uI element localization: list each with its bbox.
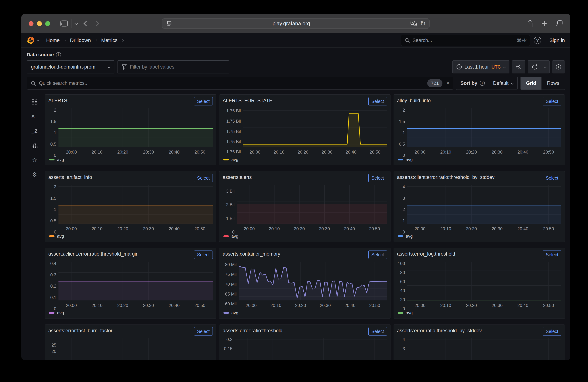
plot-area[interactable]	[407, 108, 561, 147]
plot-area[interactable]	[235, 338, 387, 360]
legend-label[interactable]: avg	[57, 234, 64, 239]
breadcrumb-drilldown[interactable]: Drilldown	[70, 38, 91, 43]
panel-select-button[interactable]: Select	[368, 327, 387, 336]
reader-icon[interactable]	[166, 20, 172, 27]
forward-button[interactable]	[94, 21, 99, 25]
y-axis: 01 Bil2 Bil3 Bil	[223, 185, 237, 232]
quick-search-box[interactable]: 721 ×	[27, 77, 453, 90]
legend-label[interactable]: avg	[57, 157, 64, 162]
grafana-logo[interactable]	[27, 36, 35, 44]
legend-label[interactable]: avg	[231, 157, 238, 162]
panel-info-button[interactable]: i	[552, 60, 565, 74]
y-tick-label: 0.5	[399, 142, 405, 147]
panel-select-button[interactable]: Select	[194, 97, 213, 105]
panel-select-button[interactable]: Select	[543, 174, 561, 182]
refresh-interval-button[interactable]	[541, 60, 550, 74]
plot-area[interactable]	[237, 185, 387, 224]
share-icon[interactable]	[526, 19, 533, 27]
x-tick-label: 20:50	[194, 150, 205, 155]
legend-label[interactable]: avg	[57, 310, 64, 315]
plot-area[interactable]	[59, 108, 213, 147]
view-toggle: Grid Rows	[521, 77, 565, 90]
label-filter-input[interactable]	[130, 64, 225, 70]
panel-select-button[interactable]: Select	[368, 174, 387, 182]
legend-swatch	[398, 312, 403, 314]
minimize-window-button[interactable]	[37, 21, 42, 26]
label-filter-field[interactable]	[117, 60, 229, 74]
sort-az-prefix-button[interactable]: A_	[29, 114, 40, 120]
plot-area[interactable]	[59, 262, 213, 300]
panel-select-button[interactable]: Select	[194, 250, 213, 259]
plot-area[interactable]	[407, 262, 561, 300]
info-icon[interactable]: i	[480, 81, 485, 86]
view-grid-button[interactable]: Grid	[521, 77, 542, 90]
panel-select-button[interactable]: Select	[194, 174, 213, 182]
panel-title: asserts:error:ratio:threshold	[223, 327, 282, 334]
x-tick-label: 20:10	[269, 226, 280, 231]
refresh-icon	[532, 64, 538, 70]
traffic-lights	[29, 21, 50, 26]
zoom-window-button[interactable]	[45, 21, 50, 26]
panel-chart: 1.75 Bil1.75 Bil1.75 Bil1.75 Bil1.75 Bil…	[223, 108, 387, 155]
clear-search-button[interactable]: ×	[446, 80, 450, 86]
panel-select-button[interactable]: Select	[543, 327, 561, 336]
legend-label[interactable]: avg	[406, 310, 413, 315]
refresh-button[interactable]	[528, 60, 541, 74]
new-tab-button[interactable]: +	[542, 18, 547, 29]
panel-select-button[interactable]: Select	[368, 97, 387, 105]
legend-label[interactable]: avg	[231, 310, 238, 315]
zoom-out-button[interactable]	[512, 60, 525, 74]
info-icon: i	[556, 64, 561, 69]
plot-area[interactable]	[243, 108, 387, 147]
close-window-button[interactable]	[29, 21, 34, 26]
org-switcher-button[interactable]	[37, 39, 39, 41]
datasource-select[interactable]: grafanacloud-demoinfra-prom	[27, 60, 114, 74]
x-tick-label: 20:30	[320, 303, 331, 308]
plot-area[interactable]	[239, 262, 387, 300]
plot-area[interactable]	[407, 338, 561, 360]
x-tick-label: 20:20	[466, 303, 477, 308]
group-button[interactable]	[29, 143, 40, 149]
view-mode-icon[interactable]	[29, 99, 40, 105]
breadcrumb-metrics[interactable]: Metrics	[101, 38, 118, 43]
panel-select-button[interactable]: Select	[194, 327, 213, 336]
settings-button[interactable]: ⚙	[29, 172, 40, 178]
sort-az-suffix-button[interactable]: _Z	[29, 128, 40, 134]
plot-area[interactable]	[59, 185, 213, 224]
sidebar-toggle-button[interactable]	[60, 20, 68, 27]
legend-swatch	[49, 159, 55, 160]
back-button[interactable]	[84, 21, 88, 25]
global-search-input[interactable]	[412, 38, 514, 43]
legend-label[interactable]: avg	[406, 234, 413, 239]
quick-search-input[interactable]	[39, 80, 424, 86]
global-search-box[interactable]: ⌘+k	[401, 35, 530, 46]
panel-select-button[interactable]: Select	[543, 250, 561, 259]
translate-icon[interactable]: A✱	[410, 20, 417, 27]
reload-icon[interactable]: ↻	[420, 20, 426, 27]
view-rows-button[interactable]: Rows	[542, 77, 565, 90]
x-tick-label: 20:40	[344, 226, 355, 231]
help-icon[interactable]: ?	[534, 37, 541, 44]
sort-value-dropdown[interactable]: Default	[489, 77, 517, 90]
panel-select-button[interactable]: Select	[543, 97, 561, 105]
content-area: A_ _Z ☆ ⚙ ALERTS Select 00.511.52 20:002…	[21, 90, 570, 343]
panel-chart: 2520	[48, 338, 213, 360]
plot-area[interactable]	[59, 338, 213, 360]
legend-label[interactable]: avg	[406, 157, 413, 162]
y-tick-label: 1.75 Bil	[226, 119, 241, 124]
x-tick-label: 20:00	[415, 303, 425, 308]
breadcrumb-home[interactable]: Home	[46, 38, 60, 43]
favorites-button[interactable]: ☆	[29, 157, 40, 163]
address-bar[interactable]: play.grafana.org A✱ ↻	[162, 18, 430, 29]
panel-select-button[interactable]: Select	[368, 250, 387, 259]
time-range-picker[interactable]: Last 1 hour UTC	[452, 60, 509, 74]
sidebar-chevron-button[interactable]	[75, 22, 77, 25]
x-tick-label: 20:30	[492, 303, 503, 308]
sign-in-button[interactable]: Sign in	[549, 38, 565, 43]
tab-overview-icon[interactable]	[555, 20, 563, 27]
info-icon[interactable]: i	[56, 52, 61, 57]
y-tick-label: 2 Bil	[226, 202, 235, 207]
plot-area[interactable]	[407, 185, 561, 224]
x-tick-label: 20:30	[321, 150, 332, 155]
timezone-label: UTC	[491, 64, 501, 70]
